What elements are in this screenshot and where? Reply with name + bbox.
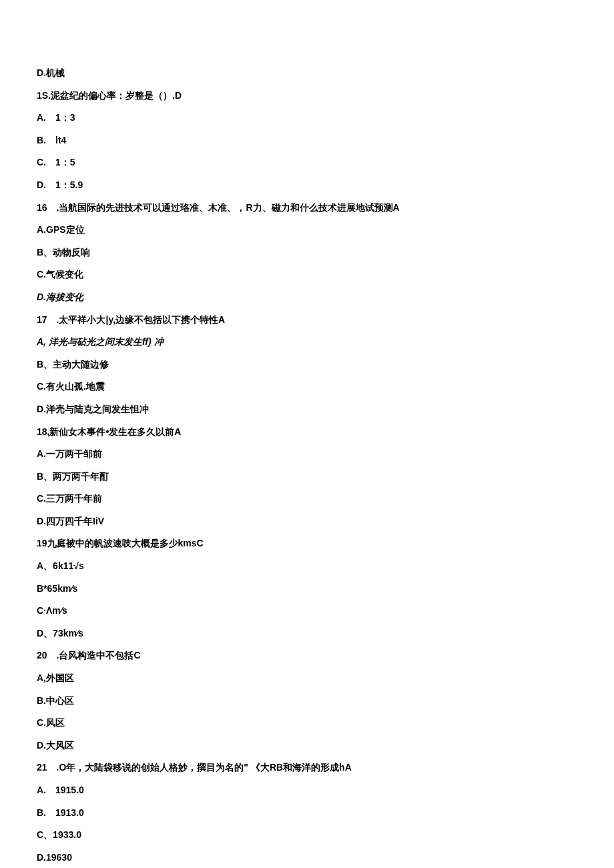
- text-line: B、主动大随边修: [37, 358, 577, 372]
- text-line: C.三万两千年前: [37, 492, 577, 506]
- text-line: D.机械: [37, 67, 577, 80]
- text-line: C.有火山孤.地震: [37, 380, 577, 394]
- text-line: A,外国区: [37, 672, 577, 685]
- text-line: D.海拔变化: [37, 291, 577, 304]
- text-line: 19九庭被中的帆波速吱大概是多少kmsC: [37, 537, 577, 550]
- text-line: 16 .当航国际的先进技术可以通过珞准、木准、，R力、磁力和什么技术进展地试预测…: [37, 201, 577, 215]
- text-line: D. 1：5.9: [37, 179, 577, 192]
- text-line: B*65km∕s: [37, 582, 577, 596]
- text-line: 20 .台风构造中不包括C: [37, 649, 577, 663]
- text-line: 1S.泥盆纪的偏心率：岁整是（）.D: [37, 89, 577, 103]
- text-line: C.风区: [37, 717, 577, 730]
- text-line: A、6k11√s: [37, 560, 577, 573]
- text-line: C∙Λm∕s: [37, 604, 577, 618]
- text-line: C. 1：5: [37, 156, 577, 169]
- text-line: A. 1915.0: [37, 784, 577, 797]
- text-line: A, 洋光与砧光之间末发生ff) 冲: [37, 336, 577, 349]
- text-line: D.四万四千年IiV: [37, 515, 577, 528]
- text-line: B、动物反响: [37, 246, 577, 260]
- text-line: D.大风区: [37, 739, 577, 753]
- text-line: B.中心区: [37, 695, 577, 708]
- text-line: 21 .O年，大陆袋移说的创始人格妙，撰目为名的" 《大RB和海洋的形成hA: [37, 761, 577, 775]
- text-line: D、73km∕s: [37, 627, 577, 640]
- text-line: C.气候变化: [37, 268, 577, 282]
- text-line: D.19630: [37, 851, 577, 865]
- text-line: C、1933.0: [37, 829, 577, 842]
- text-line: A. 1：3: [37, 111, 577, 125]
- document-body: D.机械1S.泥盆纪的偏心率：岁整是（）.DA. 1：3B. lt4C. 1：5…: [37, 67, 577, 868]
- text-line: 17 .太平祥小大|y,边缘不包括以下携个特性A: [37, 314, 577, 327]
- text-line: D.洋壳与陆克之间发生怛冲: [37, 403, 577, 416]
- text-line: A.一万两干邹前: [37, 448, 577, 461]
- text-line: 18,新仙女木事件•发生在多久以前A: [37, 426, 577, 439]
- text-line: B. lt4: [37, 134, 577, 147]
- text-line: B、两万两千年酊: [37, 470, 577, 484]
- text-line: B. 1913.0: [37, 807, 577, 820]
- text-line: A.GPS定位: [37, 224, 577, 237]
